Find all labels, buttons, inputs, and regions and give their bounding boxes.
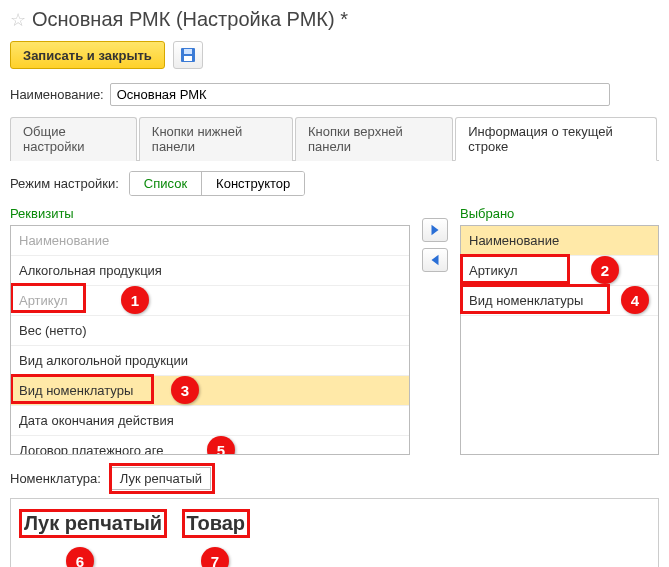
tab-bottom-buttons[interactable]: Кнопки нижней панели	[139, 117, 293, 161]
page-title: Основная РМК (Настройка РМК) *	[32, 8, 348, 31]
annotation-marker: 1	[121, 286, 149, 314]
tab-top-buttons[interactable]: Кнопки верхней панели	[295, 117, 453, 161]
mode-constructor-button[interactable]: Конструктор	[201, 172, 304, 195]
move-buttons	[420, 206, 450, 455]
list-item[interactable]: Вид алкогольной продукции	[11, 346, 409, 376]
annotation-marker: 6	[66, 547, 94, 567]
floppy-disk-icon	[180, 47, 196, 63]
list-item[interactable]: Дата окончания действия	[11, 406, 409, 436]
list-item[interactable]: Артикул 2	[461, 256, 658, 286]
name-input[interactable]	[110, 83, 610, 106]
list-item[interactable]: Вес (нетто)	[11, 316, 409, 346]
svg-rect-2	[184, 56, 192, 61]
move-left-button[interactable]	[422, 248, 448, 272]
arrow-left-icon	[428, 253, 442, 267]
tab-bar: Общие настройки Кнопки нижней панели Кно…	[10, 116, 659, 161]
preview-text-2: Товар	[182, 509, 251, 538]
list-item[interactable]: Алкогольная продукция	[11, 256, 409, 286]
list-item[interactable]: Наименование	[11, 226, 409, 256]
mode-row: Режим настройки: Список Конструктор	[10, 171, 659, 196]
mode-label: Режим настройки:	[10, 176, 119, 191]
save-and-close-button[interactable]: Записать и закрыть	[10, 41, 165, 69]
name-row: Наименование:	[10, 83, 659, 106]
move-right-button[interactable]	[422, 218, 448, 242]
selected-listbox[interactable]: Наименование Артикул 2 Вид номенклатуры …	[460, 225, 659, 455]
toolbar: Записать и закрыть	[10, 41, 659, 69]
selected-column: Выбрано Наименование Артикул 2 Вид номен…	[460, 206, 659, 455]
nomenclature-value[interactable]: Лук репчатый	[111, 467, 211, 490]
title-bar: ☆ Основная РМК (Настройка РМК) *	[10, 8, 659, 31]
list-item[interactable]: Артикул 1	[11, 286, 409, 316]
list-item[interactable]: Договор платежного аге 5	[11, 436, 409, 455]
annotation-marker: 7	[201, 547, 229, 567]
name-label: Наименование:	[10, 87, 104, 102]
attributes-column: Реквизиты Наименование Алкогольная проду…	[10, 206, 410, 455]
annotation-marker: 4	[621, 286, 649, 314]
selected-title: Выбрано	[460, 206, 659, 221]
preview-area: Лук репчатый Товар 6 7	[10, 498, 659, 567]
attributes-listbox[interactable]: Наименование Алкогольная продукция Артик…	[10, 225, 410, 455]
list-item[interactable]: Наименование	[461, 226, 658, 256]
annotation-marker: 3	[171, 376, 199, 404]
tab-current-row-info[interactable]: Информация о текущей строке	[455, 117, 657, 161]
tab-general[interactable]: Общие настройки	[10, 117, 137, 161]
list-item[interactable]: Вид номенклатуры 4	[461, 286, 658, 316]
columns: Реквизиты Наименование Алкогольная проду…	[10, 206, 659, 455]
annotation-marker: 2	[591, 256, 619, 284]
favorite-star-icon[interactable]: ☆	[10, 11, 26, 29]
nomenclature-row: Номенклатура: Лук репчатый	[10, 467, 659, 490]
arrow-right-icon	[428, 223, 442, 237]
list-item[interactable]: Вид номенклатуры 3	[11, 376, 409, 406]
preview-text-1: Лук репчатый	[19, 509, 167, 538]
nomenclature-label: Номенклатура:	[10, 471, 101, 486]
save-button[interactable]	[173, 41, 203, 69]
mode-list-button[interactable]: Список	[130, 172, 201, 195]
annotation-marker: 5	[207, 436, 235, 455]
attributes-title: Реквизиты	[10, 206, 410, 221]
mode-toggle: Список Конструктор	[129, 171, 305, 196]
svg-rect-1	[184, 49, 192, 54]
